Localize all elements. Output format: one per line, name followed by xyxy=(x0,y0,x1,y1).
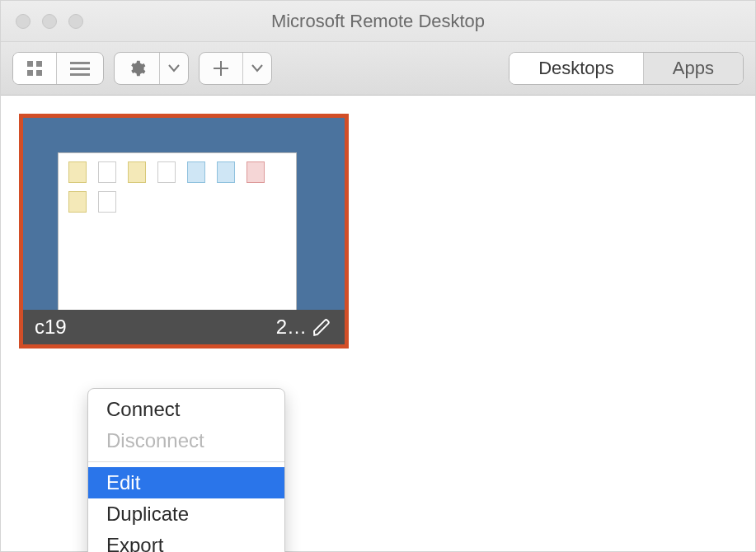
chevron-down-icon xyxy=(168,64,180,73)
view-mode-group xyxy=(12,52,104,85)
list-view-button[interactable] xyxy=(57,53,103,84)
tab-desktops[interactable]: Desktops xyxy=(509,53,644,84)
content-area: c19 2… Connect Disconnect Edit Duplicate… xyxy=(1,96,755,551)
svg-rect-4 xyxy=(70,62,90,64)
app-window: Microsoft Remote Desktop xyxy=(0,0,756,552)
titlebar: Microsoft Remote Desktop xyxy=(1,1,755,42)
desktop-name-left: c19 xyxy=(35,316,276,339)
toolbar: Desktops Apps xyxy=(1,42,755,96)
svg-rect-5 xyxy=(70,68,90,70)
add-group xyxy=(199,52,272,85)
tab-apps[interactable]: Apps xyxy=(644,53,743,84)
grid-view-button[interactable] xyxy=(13,53,57,84)
window-title: Microsoft Remote Desktop xyxy=(1,11,755,32)
context-menu: Connect Disconnect Edit Duplicate Export… xyxy=(87,388,285,552)
zoom-window-button[interactable] xyxy=(68,14,83,29)
settings-group xyxy=(114,52,189,85)
desktop-name-right: 2… xyxy=(276,316,312,339)
menu-duplicate[interactable]: Duplicate xyxy=(88,498,284,530)
svg-rect-1 xyxy=(36,61,42,67)
menu-separator xyxy=(88,461,284,462)
close-window-button[interactable] xyxy=(16,14,31,29)
main-tabs: Desktops Apps xyxy=(509,52,744,85)
add-button[interactable] xyxy=(200,53,243,84)
plus-icon xyxy=(213,60,229,77)
settings-dropdown-button[interactable] xyxy=(160,53,188,84)
grid-icon xyxy=(26,60,43,77)
desktop-tile[interactable]: c19 2… xyxy=(19,114,349,349)
menu-disconnect: Disconnect xyxy=(88,425,284,456)
edit-icon[interactable] xyxy=(312,316,333,338)
thumbnail-window xyxy=(58,152,297,314)
list-icon xyxy=(70,60,90,77)
svg-rect-6 xyxy=(70,73,90,76)
menu-edit[interactable]: Edit xyxy=(88,467,284,498)
add-dropdown-button[interactable] xyxy=(243,53,271,84)
chevron-down-icon xyxy=(251,64,263,73)
svg-rect-3 xyxy=(36,70,42,76)
gear-icon xyxy=(128,59,146,77)
svg-rect-8 xyxy=(214,68,228,69)
window-controls xyxy=(1,14,83,29)
svg-rect-2 xyxy=(27,70,33,76)
menu-connect[interactable]: Connect xyxy=(88,394,284,425)
svg-rect-0 xyxy=(27,61,33,67)
settings-button[interactable] xyxy=(115,53,160,84)
desktop-thumbnail xyxy=(23,118,345,314)
menu-export[interactable]: Export xyxy=(88,530,284,552)
minimize-window-button[interactable] xyxy=(42,14,57,29)
tile-footer: c19 2… xyxy=(23,310,345,344)
